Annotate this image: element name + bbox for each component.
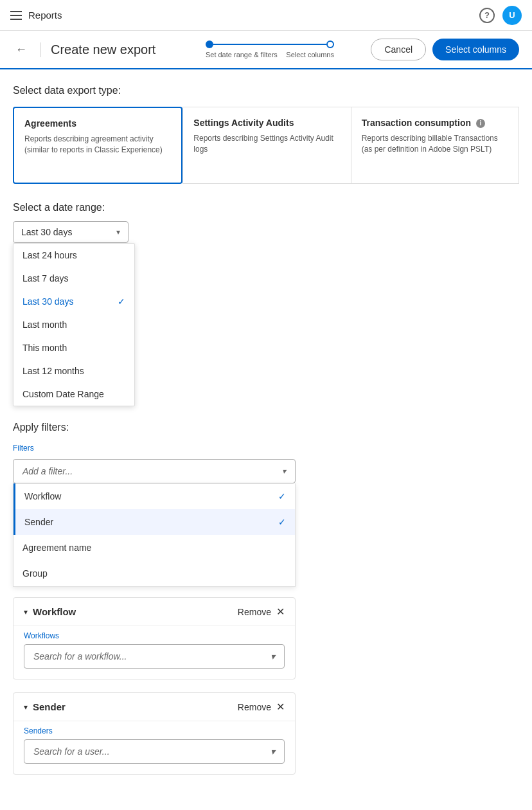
filter-option-sender[interactable]: Sender ✓ <box>13 509 295 535</box>
checkmark-icon: ✓ <box>118 296 125 307</box>
workflow-filter-block: ▾ Workflow Remove ✕ Workflows Search for… <box>13 597 296 680</box>
card-desc-agreements: Reports describing agreement activity (s… <box>24 134 171 156</box>
export-card-settings[interactable]: Settings Activity Audits Reports describ… <box>182 107 351 184</box>
filters-section: Apply filters: Filters Add a filter... ▾… <box>13 422 519 775</box>
date-option-12m[interactable]: Last 12 months <box>13 359 134 382</box>
sender-filter-body: Senders Search for a user... ▾ <box>13 721 295 774</box>
workflow-filter-header: ▾ Workflow Remove ✕ <box>13 598 295 626</box>
back-button[interactable]: ← <box>13 40 30 59</box>
hamburger-menu[interactable] <box>10 11 22 20</box>
sender-remove-button[interactable]: Remove <box>238 702 271 712</box>
sender-close-icon[interactable]: ✕ <box>276 701 285 713</box>
stepper: Set date range & filters Select columns <box>179 40 360 59</box>
stepper-track <box>206 40 334 48</box>
nav-left: Reports <box>10 10 62 21</box>
date-option-30d[interactable]: Last 30 days ✓ <box>13 290 134 313</box>
step-line <box>213 44 326 45</box>
date-range-menu: Last 24 hours Last 7 days Last 30 days ✓… <box>13 243 135 406</box>
filter-dropdown-menu: Workflow ✓ Sender ✓ Agreement name Group <box>13 483 296 587</box>
date-option-7d[interactable]: Last 7 days <box>13 267 134 290</box>
date-range-section: Select a date range: Last 30 days ▾ Last… <box>13 202 519 406</box>
workflow-search-chevron-icon: ▾ <box>270 651 275 662</box>
sender-chevron-icon[interactable]: ▾ <box>24 703 28 712</box>
workflow-sub-label: Workflows <box>24 631 285 640</box>
sender-search-dropdown[interactable]: Search for a user... ▾ <box>24 739 285 764</box>
sender-search-placeholder: Search for a user... <box>33 746 110 757</box>
help-icon[interactable]: ? <box>479 8 495 23</box>
workflow-filter-body: Workflows Search for a workflow... ▾ <box>13 626 295 679</box>
card-title-settings: Settings Activity Audits <box>193 118 340 128</box>
chevron-down-icon: ▾ <box>116 228 120 237</box>
apply-filters-title: Apply filters: <box>13 422 519 433</box>
main-content: Select data export type: Agreements Repo… <box>0 69 532 790</box>
date-option-this-month[interactable]: This month <box>13 336 134 359</box>
export-card-agreements[interactable]: Agreements Reports describing agreement … <box>13 107 182 184</box>
workflow-chevron-icon[interactable]: ▾ <box>24 608 28 616</box>
card-desc-transaction: Reports describing billable Transactions… <box>362 133 508 155</box>
header-actions: Cancel Select columns <box>371 39 519 60</box>
stepper-labels: Set date range & filters Select columns <box>206 51 334 59</box>
sender-filter-block: ▾ Sender Remove ✕ Senders Search for a u… <box>13 692 296 775</box>
export-type-section: Select data export type: Agreements Repo… <box>13 85 519 184</box>
nav-right: ? U <box>479 6 522 25</box>
workflow-check-icon: ✓ <box>278 491 286 501</box>
page-title: Create new export <box>40 42 155 57</box>
filter-option-agreement-name[interactable]: Agreement name <box>13 535 295 561</box>
date-option-custom[interactable]: Custom Date Range <box>13 382 134 406</box>
workflow-remove-button[interactable]: Remove <box>238 607 271 617</box>
workflow-close-icon[interactable]: ✕ <box>276 606 285 618</box>
workflow-search-placeholder: Search for a workflow... <box>33 651 127 662</box>
info-icon: i <box>476 119 485 128</box>
step-label-2: Select columns <box>286 51 334 59</box>
sender-filter-left: ▾ Sender <box>24 701 66 712</box>
date-range-selected: Last 30 days <box>21 227 72 237</box>
filters-label[interactable]: Filters <box>13 444 519 453</box>
date-option-24h[interactable]: Last 24 hours <box>13 244 134 267</box>
workflow-filter-right: Remove ✕ <box>238 606 285 618</box>
top-nav: Reports ? U <box>0 0 532 31</box>
sender-search-chevron-icon: ▾ <box>270 746 275 757</box>
cancel-button[interactable]: Cancel <box>371 39 426 60</box>
date-range-dropdown[interactable]: Last 30 days ▾ <box>13 221 129 243</box>
sender-filter-right: Remove ✕ <box>238 701 285 713</box>
filter-option-group[interactable]: Group <box>13 561 295 586</box>
workflow-filter-title: Workflow <box>33 606 76 617</box>
export-card-transaction[interactable]: Transaction consumption i Reports descri… <box>351 107 519 184</box>
step-label-1: Set date range & filters <box>206 51 278 59</box>
nav-title: Reports <box>28 10 62 21</box>
workflow-filter-left: ▾ Workflow <box>24 606 76 617</box>
sender-filter-title: Sender <box>33 701 66 712</box>
sender-sub-label: Senders <box>24 726 285 735</box>
card-title-agreements: Agreements <box>24 118 171 129</box>
date-option-last-month[interactable]: Last month <box>13 313 134 336</box>
export-type-cards: Agreements Reports describing agreement … <box>13 107 519 184</box>
select-columns-button[interactable]: Select columns <box>432 39 519 60</box>
add-filter-chevron-icon: ▾ <box>282 467 286 476</box>
avatar[interactable]: U <box>502 6 522 25</box>
header-bar: ← Create new export Set date range & fil… <box>0 31 532 69</box>
step-dot-1 <box>206 40 213 48</box>
sender-filter-header: ▾ Sender Remove ✕ <box>13 693 295 721</box>
card-desc-settings: Reports describing Settings Activity Aud… <box>193 133 340 155</box>
date-range-title: Select a date range: <box>13 202 519 213</box>
filter-option-workflow[interactable]: Workflow ✓ <box>13 483 295 509</box>
add-filter-placeholder: Add a filter... <box>22 466 73 476</box>
step-dot-2 <box>326 40 334 48</box>
export-type-title: Select data export type: <box>13 85 519 96</box>
card-title-transaction: Transaction consumption i <box>362 118 508 128</box>
workflow-search-dropdown[interactable]: Search for a workflow... ▾ <box>24 644 285 669</box>
sender-check-icon: ✓ <box>278 517 286 527</box>
add-filter-button[interactable]: Add a filter... ▾ <box>13 459 296 483</box>
